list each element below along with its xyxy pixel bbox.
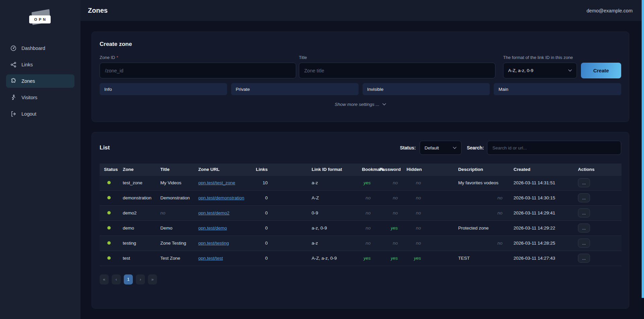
dashboard-icon	[10, 45, 17, 52]
cell-password: no	[375, 175, 402, 190]
column-header-links: Links	[248, 164, 272, 175]
create-zone-title: Create zone	[100, 41, 621, 48]
row-actions-button[interactable]: ...	[578, 193, 590, 202]
create-button[interactable]: Create	[581, 63, 621, 78]
user-email: demo@example.com	[587, 8, 633, 13]
sidebar-item-label: Dashboard	[21, 46, 45, 51]
search-input[interactable]	[487, 141, 621, 155]
cell-description: no	[425, 205, 507, 220]
pagination-button[interactable]: ›	[136, 274, 145, 284]
scrollbar-thumb[interactable]	[642, 0, 644, 298]
table-row[interactable]: demonstrationDemonstrationopn.test/demon…	[100, 190, 622, 205]
cell-status	[100, 220, 118, 236]
sidebar: OPN DashboardLinksZonesVisitorsLogout	[0, 0, 80, 319]
cell-zone: demonstration	[118, 190, 156, 205]
cell-status	[100, 190, 118, 205]
links-icon	[10, 61, 17, 68]
column-header-status: Status	[100, 164, 118, 175]
link-format-group: The format of the link ID in this zone A…	[503, 55, 577, 78]
sidebar-item-dashboard[interactable]: Dashboard	[6, 42, 74, 55]
zone-id-group: Zone ID*	[100, 55, 296, 78]
toggle-info[interactable]: Info	[100, 83, 227, 95]
pagination-button[interactable]: «	[100, 274, 109, 284]
row-actions-button[interactable]: ...	[578, 239, 590, 248]
chevron-down-icon	[453, 147, 457, 149]
row-actions-button[interactable]: ...	[578, 208, 590, 217]
pagination-button[interactable]: »	[148, 274, 157, 284]
status-filter-value: Default	[425, 145, 439, 150]
cell-links: 10	[248, 175, 272, 190]
cell-description: My favorites vodeos	[425, 175, 507, 190]
table-row[interactable]: testTest Zoneopn.test/test0A-Z, a-z, 0-9…	[100, 251, 622, 266]
column-header-bookmark: Bookmark	[358, 164, 375, 175]
sidebar-item-links[interactable]: Links	[6, 58, 74, 71]
cell-password: yes	[375, 251, 402, 266]
sidebar-item-logout[interactable]: Logout	[6, 107, 74, 121]
column-header-link-id-format: Link ID format	[272, 164, 358, 175]
cell-links: 0	[248, 205, 272, 220]
pagination-button[interactable]: ‹	[112, 274, 121, 284]
app-logo[interactable]: OPN	[29, 10, 52, 28]
column-header-zone-url: Zone URL	[194, 164, 248, 175]
cell-bookmark: no	[358, 205, 375, 220]
table-row[interactable]: test_zoneMy Videosopn.test/test_zone10a-…	[100, 175, 622, 190]
sidebar-item-visitors[interactable]: Visitors	[6, 91, 74, 104]
table-header-row: StatusZoneTitleZone URLLinksLink ID form…	[100, 164, 622, 175]
status-dot	[107, 181, 111, 184]
toggle-invisible[interactable]: Invisible	[363, 83, 490, 95]
logo-badge: OPN	[29, 15, 51, 23]
sidebar-item-zones[interactable]: Zones	[6, 74, 74, 88]
zone-toggle-row: InfoPrivateInvisibleMain	[100, 83, 621, 95]
row-actions-button[interactable]: ...	[578, 178, 590, 187]
zone-url-link[interactable]: opn.test/demonstration	[198, 195, 244, 200]
zone-url-link[interactable]: opn.test/test_zone	[198, 180, 235, 185]
list-header: List Status: Default Search:	[100, 141, 621, 155]
zone-id-input[interactable]	[100, 63, 296, 78]
cell-link-id-format: a-z	[272, 236, 358, 251]
required-asterisk: *	[116, 55, 118, 60]
cell-password: no	[375, 236, 402, 251]
zone-url-link[interactable]: opn.test/demo2	[198, 210, 229, 215]
zone-url-link[interactable]: opn.test/testing	[198, 241, 229, 246]
cell-links: 0	[248, 190, 272, 205]
cell-zone: test_zone	[118, 175, 156, 190]
cell-hidden: no	[402, 205, 425, 220]
column-header-actions: Actions	[578, 164, 622, 175]
cell-actions: ...	[578, 251, 622, 266]
zone-url-link[interactable]: opn.test/test	[198, 256, 223, 261]
list-controls: Status: Default Search:	[400, 141, 621, 155]
app-root: OPN DashboardLinksZonesVisitorsLogout Zo…	[0, 0, 644, 319]
toggle-main[interactable]: Main	[494, 83, 621, 95]
show-more-settings[interactable]: Show more settings ...	[100, 102, 621, 107]
cell-link-id-format: A-Z	[272, 190, 358, 205]
status-filter-select[interactable]: Default	[420, 141, 462, 155]
table-row[interactable]: demoDemoopn.test/demo0a-z, 0-9noyesnoPro…	[100, 220, 622, 236]
chevron-down-icon	[568, 69, 572, 72]
cell-zone: test	[118, 251, 156, 266]
cell-zone: demo2	[118, 205, 156, 220]
pagination-page-current[interactable]: 1	[124, 274, 133, 284]
sidebar-menu: DashboardLinksZonesVisitorsLogout	[0, 42, 80, 121]
cell-title: Demonstration	[156, 190, 194, 205]
row-actions-button[interactable]: ...	[578, 224, 590, 233]
column-header-created: Created	[507, 164, 578, 175]
link-format-select[interactable]: A-Z, a-z, 0-9	[503, 63, 577, 78]
table-row[interactable]: demo2noopn.test/demo200-9nononono2026-03…	[100, 205, 622, 220]
cell-bookmark: no	[358, 190, 375, 205]
page-scrollbar[interactable]	[642, 0, 644, 319]
zones-table: StatusZoneTitleZone URLLinksLink ID form…	[100, 164, 622, 266]
table-row[interactable]: testingZone Testingopn.test/testing0a-zn…	[100, 236, 622, 251]
cell-actions: ...	[578, 175, 622, 190]
cell-created: 2026-03-11 14:30:15	[507, 190, 578, 205]
content: Create zone Zone ID* Title The format of…	[80, 21, 644, 319]
cell-title: Demo	[156, 220, 194, 236]
zone-title-input[interactable]	[299, 63, 495, 78]
zone-url-link[interactable]: opn.test/demo	[198, 226, 227, 231]
toggle-private[interactable]: Private	[231, 83, 359, 95]
show-more-label: Show more settings ...	[335, 102, 380, 107]
cell-hidden: no	[402, 220, 425, 236]
sidebar-item-label: Zones	[21, 78, 35, 84]
cell-title: My Videos	[156, 175, 194, 190]
row-actions-button[interactable]: ...	[578, 254, 590, 263]
cell-created: 2026-03-11 14:29:41	[507, 205, 578, 220]
